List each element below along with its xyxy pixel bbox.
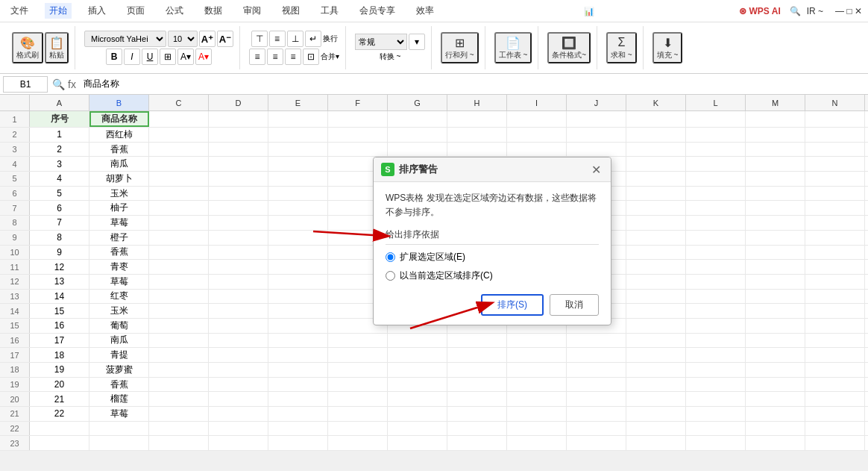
fill-button[interactable]: ⬇ 填充 ~ xyxy=(652,32,683,63)
menu-start[interactable]: 开始 xyxy=(45,3,72,19)
cell-k-5[interactable] xyxy=(626,172,686,186)
cell-d-9[interactable] xyxy=(209,231,268,245)
cell-n-9[interactable] xyxy=(805,231,865,245)
cell-m-18[interactable] xyxy=(746,363,805,377)
cell-o-22[interactable] xyxy=(865,422,868,436)
cell-a-21[interactable]: 22 xyxy=(30,407,89,421)
table-row[interactable]: 1617南瓜 xyxy=(0,334,868,349)
table-row[interactable]: 1序号商品名称 xyxy=(0,111,868,128)
cell-l-5[interactable] xyxy=(686,172,746,186)
cell-m-7[interactable] xyxy=(746,201,805,215)
number-format-selector[interactable]: 常规 xyxy=(355,34,407,50)
sort-button[interactable]: 排序(S) xyxy=(481,294,544,316)
cell-j-19[interactable] xyxy=(567,378,626,392)
col-header-c[interactable]: C xyxy=(149,95,209,110)
italic-button[interactable]: I xyxy=(124,49,140,65)
cell-a-16[interactable]: 17 xyxy=(30,334,89,348)
cell-a-5[interactable]: 4 xyxy=(30,172,89,186)
cell-n-19[interactable] xyxy=(805,378,865,392)
align-right-button[interactable]: ≡ xyxy=(285,49,301,65)
cell-n-12[interactable] xyxy=(805,275,865,289)
font-color-button[interactable]: A▾ xyxy=(195,49,212,65)
cell-k-21[interactable] xyxy=(626,407,686,421)
cell-d-10[interactable] xyxy=(209,246,268,260)
cell-b-5[interactable]: 胡萝卜 xyxy=(89,172,149,186)
cell-m-9[interactable] xyxy=(746,231,805,245)
cell-e-20[interactable] xyxy=(268,392,328,406)
cell-l-10[interactable] xyxy=(686,246,746,260)
cell-i-23[interactable] xyxy=(507,436,567,450)
cell-e-6[interactable] xyxy=(268,187,328,201)
cell-a-2[interactable]: 1 xyxy=(30,128,89,142)
cell-g-17[interactable] xyxy=(388,348,447,362)
bg-color-button[interactable]: A▾ xyxy=(177,49,194,65)
cell-c-1[interactable] xyxy=(149,111,209,127)
cell-n-8[interactable] xyxy=(805,216,865,230)
cancel-button[interactable]: 取消 xyxy=(550,294,599,316)
font-size-selector[interactable]: 10 xyxy=(168,31,198,47)
cell-o-17[interactable] xyxy=(865,348,868,362)
cell-d-20[interactable] xyxy=(209,392,268,406)
cell-n-20[interactable] xyxy=(805,392,865,406)
col-header-k[interactable]: K xyxy=(626,95,686,110)
cell-k-4[interactable] xyxy=(626,157,686,171)
cell-e-8[interactable] xyxy=(268,216,328,230)
cell-b-7[interactable]: 柚子 xyxy=(89,201,149,215)
font-increase-button[interactable]: A⁺ xyxy=(199,31,216,47)
align-left-button[interactable]: ≡ xyxy=(249,49,265,65)
col-header-g[interactable]: G xyxy=(388,95,447,110)
cell-e-2[interactable] xyxy=(268,128,328,142)
cell-g-16[interactable] xyxy=(388,334,447,348)
cell-n-22[interactable] xyxy=(805,422,865,436)
cell-j-1[interactable] xyxy=(567,111,626,127)
align-middle-button[interactable]: ≡ xyxy=(269,31,286,47)
radio-current-input[interactable] xyxy=(386,271,395,281)
cell-d-2[interactable] xyxy=(209,128,268,142)
cell-i-17[interactable] xyxy=(507,348,567,362)
cell-i-1[interactable] xyxy=(507,111,567,127)
cell-h-16[interactable] xyxy=(447,334,507,348)
cell-a-11[interactable]: 12 xyxy=(30,260,89,274)
cell-a-1[interactable]: 序号 xyxy=(30,111,89,127)
cell-e-13[interactable] xyxy=(268,290,328,304)
cell-h-17[interactable] xyxy=(447,348,507,362)
cell-d-6[interactable] xyxy=(209,187,268,201)
cell-l-11[interactable] xyxy=(686,260,746,274)
cell-o-23[interactable] xyxy=(865,436,868,450)
cell-n-1[interactable] xyxy=(805,111,865,127)
cell-o-21[interactable] xyxy=(865,407,868,421)
cell-a-22[interactable] xyxy=(30,422,89,436)
cell-a-7[interactable]: 6 xyxy=(30,201,89,215)
cell-n-6[interactable] xyxy=(805,187,865,201)
table-row[interactable]: 2021榴莲 xyxy=(0,392,868,407)
cell-a-6[interactable]: 5 xyxy=(30,187,89,201)
cell-n-7[interactable] xyxy=(805,201,865,215)
cell-e-10[interactable] xyxy=(268,246,328,260)
cell-g-20[interactable] xyxy=(388,392,447,406)
col-header-h[interactable]: H xyxy=(447,95,507,110)
cell-e-11[interactable] xyxy=(268,260,328,274)
cell-a-3[interactable]: 2 xyxy=(30,143,89,157)
cell-m-19[interactable] xyxy=(746,378,805,392)
cell-l-22[interactable] xyxy=(686,422,746,436)
cell-h-23[interactable] xyxy=(447,436,507,450)
paste-button[interactable]: 📋 粘贴 xyxy=(45,32,69,63)
cell-d-3[interactable] xyxy=(209,143,268,157)
search-icon[interactable]: 🔍 xyxy=(790,6,801,16)
cell-f-1[interactable] xyxy=(328,111,388,127)
menu-data[interactable]: 数据 xyxy=(200,3,227,19)
cell-l-8[interactable] xyxy=(686,216,746,230)
convert-label[interactable]: 转换 ~ xyxy=(380,52,401,62)
cell-j-3[interactable] xyxy=(567,143,626,157)
cell-d-21[interactable] xyxy=(209,407,268,421)
cell-b-2[interactable]: 西红柿 xyxy=(89,128,149,142)
cell-a-17[interactable]: 18 xyxy=(30,348,89,362)
cell-k-20[interactable] xyxy=(626,392,686,406)
cell-b-11[interactable]: 青枣 xyxy=(89,260,149,274)
cell-g-1[interactable] xyxy=(388,111,447,127)
cell-j-22[interactable] xyxy=(567,422,626,436)
cell-n-15[interactable] xyxy=(805,319,865,333)
cell-l-18[interactable] xyxy=(686,363,746,377)
cell-o-11[interactable] xyxy=(865,260,868,274)
cell-k-1[interactable] xyxy=(626,111,686,127)
